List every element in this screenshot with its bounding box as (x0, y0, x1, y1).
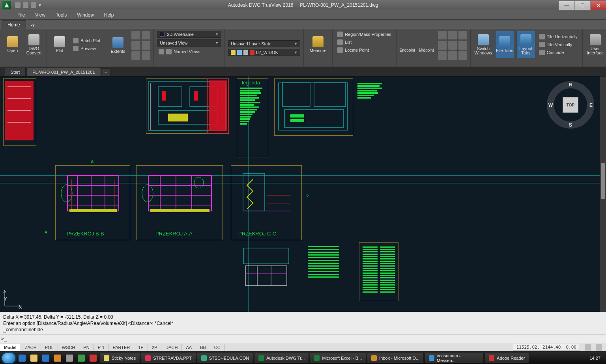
compass-n[interactable]: N (569, 82, 572, 88)
qat-item[interactable] (23, 2, 28, 8)
tile-horizontal-button[interactable]: Tile Horizontally (538, 33, 579, 40)
layout-tab[interactable]: DACH (161, 344, 182, 351)
zoom-window-icon[interactable] (142, 41, 150, 50)
taskbar-task[interactable]: censumum - Messen... (425, 353, 484, 363)
status-coordinates[interactable]: 11525.02, 2144.40, 0.00 (513, 344, 580, 351)
cascade-button[interactable]: Cascade (538, 49, 579, 56)
zoom-prev-icon[interactable] (131, 51, 140, 60)
file-tab-start[interactable]: Start (5, 68, 26, 76)
osnap-nearest-icon[interactable] (458, 51, 467, 60)
taskbar-task[interactable]: Autodesk DWG Tr... (254, 353, 309, 363)
layer-state-dropdown[interactable]: Unsaved Layer State▼ (228, 40, 300, 47)
minimize-button[interactable]: — (559, 1, 574, 10)
taskbar-task[interactable]: Adobe Reader (484, 353, 529, 363)
open-button[interactable]: Open (3, 31, 22, 58)
command-input[interactable] (8, 335, 606, 343)
steering-wheel-icon[interactable] (142, 51, 150, 60)
menu-file[interactable]: File (13, 11, 30, 19)
taskbar-task[interactable]: Sticky Notes (99, 353, 140, 363)
taskbar-task[interactable]: Inbox - Microsoft O... (367, 353, 424, 363)
taskbar-pin[interactable] (64, 353, 75, 363)
taskbar-pin[interactable] (76, 353, 87, 363)
viewcube-face-top[interactable]: TOP (563, 97, 578, 113)
list-button[interactable]: List (336, 39, 393, 46)
taskbar-task[interactable]: STRETRAVDA.PPT (141, 353, 196, 363)
qat-dropdown-icon[interactable]: ▾ (39, 2, 43, 8)
layout-tab[interactable]: POL (41, 344, 58, 351)
dwg-convert-button[interactable]: DWG Convert (24, 31, 43, 58)
osnap-extension-icon[interactable] (448, 41, 457, 50)
taskbar-pin[interactable] (40, 353, 51, 363)
layout-tab[interactable]: 2P (148, 344, 161, 351)
menu-window[interactable]: Window (72, 11, 99, 19)
canvas-scrollbar-vertical[interactable] (600, 77, 606, 312)
compass-e[interactable]: E (589, 103, 593, 108)
switch-windows-button[interactable]: Switch Windows (474, 31, 493, 58)
osnap-intersection-icon[interactable] (438, 41, 447, 50)
scrollbar-thumb[interactable] (601, 163, 605, 199)
taskbar-pin[interactable] (17, 353, 28, 363)
ribbon-collapse-icon[interactable]: ▪▾ (28, 22, 37, 29)
visual-style-dropdown[interactable]: 2D Wireframe▼ (157, 31, 221, 38)
taskbar-clock[interactable]: 14:27 (585, 356, 604, 360)
layout-tab[interactable]: PN (79, 344, 94, 351)
ribbon-tab-home[interactable]: Home (2, 20, 26, 29)
osnap-insertion-icon[interactable] (458, 41, 467, 50)
tile-vertical-button[interactable]: Tile Vertically (538, 41, 579, 48)
orbit-icon[interactable] (131, 41, 140, 50)
file-tab-active[interactable]: PL-WRO-001_PW_A_20151201 (26, 68, 101, 76)
qat-item[interactable] (31, 2, 36, 8)
locate-point-button[interactable]: Locate Point (336, 47, 393, 54)
layout-tab[interactable]: PARTER (109, 344, 135, 351)
layout-tab[interactable]: AA (182, 344, 196, 351)
app-icon[interactable] (2, 1, 11, 9)
menu-tools[interactable]: Tools (51, 11, 71, 19)
layer-current-dropdown[interactable]: 02_WIDOK ▼ (228, 49, 300, 56)
compass-s[interactable]: S (569, 122, 572, 128)
layer-properties-icon[interactable] (228, 31, 236, 39)
osnap-perpendicular-icon[interactable] (438, 51, 447, 60)
status-toggle[interactable] (585, 344, 591, 351)
layer-freeze-icon[interactable] (238, 31, 246, 39)
menu-view[interactable]: View (30, 11, 50, 19)
viewcube[interactable]: TOP N S E W (547, 81, 594, 129)
pan-icon[interactable] (131, 31, 140, 39)
measure-button[interactable]: Measure (307, 31, 329, 58)
extents-button[interactable]: Extents (108, 32, 127, 59)
maximize-button[interactable]: ☐ (574, 1, 590, 10)
taskbar-task[interactable]: STSCHEDULA.CON (197, 353, 253, 363)
zoom-icon[interactable] (142, 31, 150, 39)
layout-tab[interactable]: BB (196, 344, 210, 351)
midpoint-icon[interactable] (422, 39, 431, 47)
taskbar-pin[interactable] (52, 353, 63, 363)
taskbar-pin[interactable] (88, 353, 99, 363)
batch-plot-button[interactable]: Batch Plot (71, 37, 102, 44)
taskbar-task[interactable]: Microsoft Excel - B... (310, 353, 366, 363)
osnap-center-icon[interactable] (438, 31, 447, 39)
layout-tab[interactable]: WSCH (58, 344, 80, 351)
osnap-node-icon[interactable] (448, 31, 457, 39)
layout-tab[interactable]: P-1 (94, 344, 109, 351)
menu-help[interactable]: Help (99, 11, 119, 19)
compass-w[interactable]: W (548, 103, 553, 108)
plot-button[interactable]: Plot (50, 31, 69, 58)
status-toggle[interactable] (596, 344, 602, 351)
layout-tab[interactable]: CC (210, 344, 225, 351)
layout-tab[interactable]: 1P (134, 344, 148, 351)
qat-item[interactable] (15, 2, 21, 8)
osnap-tangent-icon[interactable] (448, 51, 457, 60)
saved-view-dropdown[interactable]: Unsaved View▼ (157, 39, 221, 47)
user-interface-button[interactable]: User Interface (586, 31, 605, 58)
start-button[interactable] (2, 353, 16, 364)
layout-tab-model[interactable]: Model (0, 344, 21, 351)
named-views-button[interactable]: Named Views (157, 48, 221, 55)
taskbar-pin[interactable] (28, 353, 39, 363)
osnap-quadrant-icon[interactable] (458, 31, 467, 39)
new-tab-button[interactable]: + (102, 68, 110, 76)
endpoint-icon[interactable] (403, 39, 411, 47)
layout-tab[interactable]: ZACH (21, 344, 41, 351)
close-button[interactable]: ✕ (590, 1, 606, 10)
drawing-canvas[interactable]: legenda PRZEKRÓJ B-B (0, 77, 606, 312)
region-mass-button[interactable]: Region/Mass Properties (336, 31, 393, 38)
layout-tabs-button[interactable]: Layout Tabs (516, 31, 535, 58)
